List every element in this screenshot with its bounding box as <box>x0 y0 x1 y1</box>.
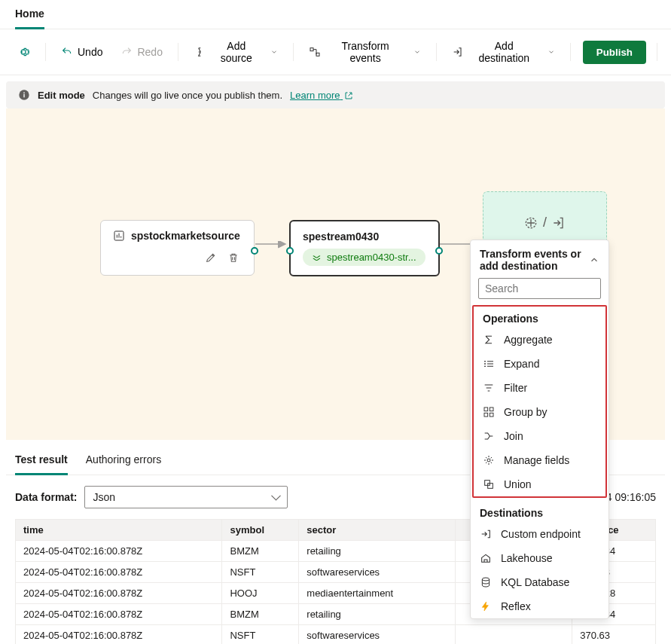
external-link-icon <box>344 91 353 100</box>
substream-name: spestream0430-str... <box>327 252 416 263</box>
dropdown-title: Transform events or add destination <box>480 248 589 272</box>
substream-pill[interactable]: spestream0430-str... <box>303 249 425 266</box>
lakehouse-icon <box>480 552 492 564</box>
table-cell: BMZM <box>222 604 299 625</box>
operation-label: Aggregate <box>504 334 553 346</box>
table-cell: 370.63 <box>572 625 656 645</box>
source-node[interactable]: spstockmarketsource <box>100 220 255 276</box>
tab-authoring-errors[interactable]: Authoring errors <box>86 446 161 475</box>
edit-button[interactable] <box>203 249 219 266</box>
svg-point-9 <box>484 366 485 367</box>
output-port[interactable] <box>251 247 258 255</box>
join-icon <box>483 430 495 442</box>
operations-section: Operations AggregateExpandFilterGroup by… <box>472 305 607 498</box>
learn-more-link[interactable]: Learn more <box>290 90 353 101</box>
operation-manage-fields[interactable]: Manage fields <box>474 448 605 472</box>
svg-rect-15 <box>485 481 490 486</box>
trash-icon <box>227 252 239 264</box>
redo-button[interactable]: Redo <box>113 41 169 63</box>
input-port[interactable] <box>286 247 294 255</box>
expand-icon <box>483 358 495 370</box>
data-format-select[interactable]: Json <box>84 486 288 508</box>
operation-group-by[interactable]: Group by <box>474 400 605 424</box>
operation-filter[interactable]: Filter <box>474 376 605 400</box>
column-header[interactable]: sector <box>299 520 456 541</box>
info-message: Changes will go live once you publish th… <box>93 90 282 101</box>
output-glyph-icon <box>551 215 566 230</box>
table-cell: mediaentertainment <box>299 583 456 604</box>
table-cell: NSFT <box>222 625 299 645</box>
operation-label: Join <box>504 430 523 442</box>
redo-label: Redo <box>137 46 162 58</box>
union-icon <box>483 478 495 490</box>
table-cell: 2024-05-04T02:16:00.878Z <box>16 583 222 604</box>
undo-button[interactable]: Undo <box>53 41 110 63</box>
toolbar: Undo Redo Add source Transform events Ad… <box>0 29 671 75</box>
sigma-icon <box>483 334 495 346</box>
separator <box>178 43 178 61</box>
data-format-label: Data format: <box>15 491 77 503</box>
filter-icon <box>483 382 495 394</box>
stream-node-name: spestream0430 <box>303 230 426 243</box>
delete-button[interactable] <box>225 249 242 266</box>
tab-test-result[interactable]: Test result <box>15 446 68 475</box>
pencil-icon <box>205 252 217 264</box>
operation-label: Union <box>504 478 532 490</box>
table-cell: HOOJ <box>222 583 299 604</box>
destination-icons: / <box>523 215 566 230</box>
table-cell <box>456 625 572 645</box>
stream-node[interactable]: spestream0430 spestream0430-str... <box>289 220 440 276</box>
destination-custom-endpoint[interactable]: Custom endpoint <box>471 522 608 546</box>
table-cell: 2024-05-04T02:16:00.878Z <box>16 625 222 645</box>
chevron-down-icon <box>410 48 421 56</box>
add-source-button[interactable]: Add source <box>186 35 285 69</box>
endpoint-icon <box>480 528 492 540</box>
separator <box>293 43 294 61</box>
destination-label: KQL Database <box>501 576 569 588</box>
undo-label: Undo <box>78 46 102 58</box>
table-cell: BMZM <box>222 541 299 562</box>
operation-expand[interactable]: Expand <box>474 352 605 376</box>
operation-label: Group by <box>504 406 547 418</box>
table-row[interactable]: 2024-05-04T02:16:00.878ZNSFTsoftwareserv… <box>16 625 656 645</box>
operation-aggregate[interactable]: Aggregate <box>474 328 605 352</box>
tab-home[interactable]: Home <box>15 0 44 29</box>
column-header[interactable]: time <box>16 520 222 541</box>
add-source-icon <box>194 46 206 58</box>
add-destination-button[interactable]: Add destination <box>444 35 563 69</box>
operation-label: Manage fields <box>504 454 569 466</box>
table-cell: NSFT <box>222 562 299 583</box>
collapse-button[interactable] <box>589 255 599 265</box>
destination-kql-database[interactable]: KQL Database <box>471 570 608 594</box>
reflex-icon <box>480 600 492 612</box>
svg-rect-11 <box>490 407 493 411</box>
fields-icon <box>483 454 495 466</box>
search-input[interactable] <box>478 278 601 299</box>
transform-events-label: Transform events <box>325 40 406 64</box>
publish-button[interactable]: Publish <box>583 41 646 64</box>
separator <box>45 43 46 61</box>
svg-rect-16 <box>488 484 493 489</box>
operation-join[interactable]: Join <box>474 424 605 448</box>
destination-label: Custom endpoint <box>501 528 581 540</box>
operation-union[interactable]: Union <box>474 472 605 496</box>
destination-label: Reflex <box>501 600 531 612</box>
settings-button[interactable] <box>9 41 38 63</box>
add-destination-icon <box>452 46 464 58</box>
svg-rect-4 <box>23 94 24 98</box>
table-cell: 2024-05-04T02:16:00.878Z <box>16 562 222 583</box>
svg-rect-1 <box>316 53 319 56</box>
add-destination-label: Add destination <box>468 40 540 64</box>
top-tab-bar: Home <box>0 0 671 29</box>
operation-label: Expand <box>504 358 539 370</box>
svg-rect-10 <box>484 407 488 411</box>
column-header[interactable]: symbol <box>222 520 299 541</box>
output-port[interactable] <box>435 247 443 255</box>
operation-label: Filter <box>504 382 527 394</box>
info-icon <box>18 89 30 101</box>
destination-lakehouse[interactable]: Lakehouse <box>471 546 608 570</box>
transform-events-button[interactable]: Transform events <box>301 35 429 69</box>
operations-label: Operations <box>474 307 605 328</box>
add-source-label: Add source <box>210 40 263 64</box>
destination-reflex[interactable]: Reflex <box>471 594 608 618</box>
